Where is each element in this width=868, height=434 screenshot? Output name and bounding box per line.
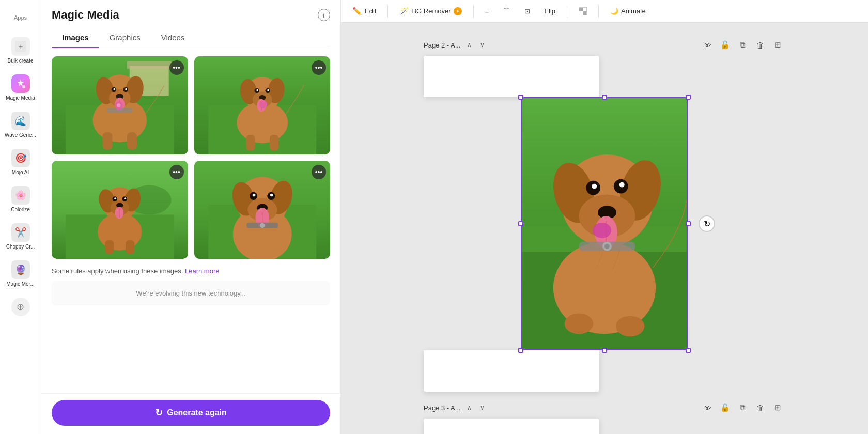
sidebar-item-more[interactable]: ⊕ bbox=[3, 293, 39, 320]
page-3-delete-btn[interactable]: 🗑 bbox=[752, 400, 768, 415]
page-2-up-btn[interactable]: ∧ bbox=[465, 40, 474, 50]
handle-top-right[interactable] bbox=[686, 95, 691, 100]
handle-middle-right[interactable] bbox=[686, 221, 691, 226]
svg-text:+: + bbox=[18, 42, 22, 51]
magic-mor-label: Magic Mor... bbox=[6, 281, 34, 287]
image-card-4[interactable]: ••• bbox=[194, 161, 331, 259]
apps-icon: Apps bbox=[11, 8, 30, 27]
page-2-hide-btn[interactable]: 👁 bbox=[700, 37, 715, 53]
page-3-lock-btn[interactable]: 🔓 bbox=[717, 400, 733, 415]
animate-button[interactable]: 🌙 Animate bbox=[605, 4, 651, 18]
tab-graphics[interactable]: Graphics bbox=[99, 28, 151, 48]
page-2-top-canvas[interactable] bbox=[424, 56, 599, 97]
wave-gene-icon: 🌊 bbox=[11, 112, 30, 130]
mojo-ai-label: Mojo AI bbox=[12, 169, 29, 176]
curve-icon: ⌒ bbox=[503, 7, 510, 16]
handle-bottom-middle[interactable] bbox=[602, 348, 607, 353]
page-2-add-btn[interactable]: ⊞ bbox=[770, 37, 785, 53]
page-2-image-area: ↻ bbox=[517, 97, 692, 350]
svg-point-83 bbox=[619, 182, 625, 188]
page-3-down-btn[interactable]: ∨ bbox=[478, 403, 487, 412]
toolbar-divider-4 bbox=[598, 5, 599, 18]
sidebar-item-apps[interactable]: Apps bbox=[3, 4, 39, 31]
svg-rect-37 bbox=[270, 135, 278, 150]
image-card-2[interactable]: ••• bbox=[194, 56, 331, 154]
handle-top-left[interactable] bbox=[518, 95, 523, 100]
page-3-duplicate-btn[interactable]: ⧉ bbox=[735, 400, 750, 415]
sidebar-item-wave-gene[interactable]: 🌊 Wave Gene... bbox=[3, 107, 39, 143]
svg-rect-53 bbox=[105, 240, 114, 254]
page-3-hide-btn[interactable]: 👁 bbox=[700, 400, 715, 415]
crop-button[interactable]: ⊡ bbox=[519, 4, 535, 18]
info-icon[interactable]: i bbox=[318, 9, 330, 21]
bg-remover-badge: ✦ bbox=[454, 7, 462, 16]
dog-image-3 bbox=[52, 161, 188, 259]
image-card-1-more-btn[interactable]: ••• bbox=[169, 60, 184, 75]
selected-image-border bbox=[521, 97, 688, 350]
tab-bar: Images Graphics Videos bbox=[52, 28, 330, 48]
image-grid: ••• bbox=[52, 56, 330, 259]
magic-media-label: Magic Media bbox=[6, 95, 35, 101]
more-apps-icon: ⊕ bbox=[11, 298, 30, 316]
canvas-scroll[interactable]: Page 2 - A... ∧ ∨ 👁 🔓 ⧉ 🗑 bbox=[341, 23, 868, 434]
dog-image-2 bbox=[194, 56, 331, 154]
svg-point-63 bbox=[252, 194, 255, 197]
rules-text: Some rules apply when using these images… bbox=[52, 267, 330, 275]
lock-icon-3: 🔓 bbox=[720, 403, 730, 412]
handle-bottom-left[interactable] bbox=[518, 348, 523, 353]
bg-remover-button[interactable]: 🪄 BG Remover ✦ bbox=[394, 4, 467, 19]
svg-point-2 bbox=[22, 85, 25, 88]
image-card-1-inner bbox=[52, 56, 188, 154]
lines-button[interactable]: ≡ bbox=[480, 4, 494, 18]
learn-more-link[interactable]: Learn more bbox=[185, 267, 219, 275]
page-2-delete-btn[interactable]: 🗑 bbox=[752, 37, 768, 53]
svg-rect-19 bbox=[127, 132, 137, 149]
add-page-icon-3: ⊞ bbox=[774, 403, 781, 412]
sidebar-item-bulk-create[interactable]: + Bulk create bbox=[3, 33, 39, 68]
svg-point-14 bbox=[125, 88, 127, 90]
bulk-create-label: Bulk create bbox=[7, 58, 33, 64]
image-card-3-more-btn[interactable]: ••• bbox=[169, 165, 184, 179]
rotate-handle[interactable]: ↻ bbox=[699, 215, 715, 232]
checkerboard-button[interactable] bbox=[574, 4, 592, 19]
page-2-bottom-canvas[interactable] bbox=[424, 350, 599, 392]
handle-middle-left[interactable] bbox=[518, 221, 523, 226]
tab-images[interactable]: Images bbox=[52, 28, 99, 48]
image-card-4-more-btn[interactable]: ••• bbox=[312, 165, 326, 179]
image-card-2-more-btn[interactable]: ••• bbox=[312, 60, 326, 75]
toolbar: ✏️ Edit 🪄 BG Remover ✦ ≡ ⌒ ⊡ Flip bbox=[341, 0, 868, 23]
toolbar-divider-3 bbox=[567, 5, 567, 18]
sidebar: Apps + Bulk create Magic Media 🌊 Wave Ge… bbox=[0, 0, 41, 434]
svg-point-13 bbox=[113, 88, 115, 90]
page-2-down-btn[interactable]: ∨ bbox=[478, 40, 487, 50]
tab-videos[interactable]: Videos bbox=[151, 28, 195, 48]
sidebar-item-magic-mor[interactable]: 🔮 Magic Mor... bbox=[3, 256, 39, 291]
page-3-canvas[interactable] bbox=[424, 419, 599, 434]
image-card-2-inner bbox=[194, 56, 331, 154]
trash-icon: 🗑 bbox=[756, 41, 764, 50]
handle-bottom-right[interactable] bbox=[686, 348, 691, 353]
svg-point-69 bbox=[260, 223, 265, 228]
flip-button[interactable]: Flip bbox=[539, 4, 561, 18]
handle-top-middle[interactable] bbox=[602, 95, 607, 100]
page-3-add-btn[interactable]: ⊞ bbox=[770, 400, 785, 415]
image-card-1[interactable]: ••• bbox=[52, 56, 188, 154]
svg-point-48 bbox=[114, 197, 116, 199]
edit-button[interactable]: ✏️ Edit bbox=[347, 4, 381, 19]
image-card-3[interactable]: ••• bbox=[52, 161, 188, 259]
page-2-duplicate-btn[interactable]: ⧉ bbox=[735, 37, 750, 53]
curve-button[interactable]: ⌒ bbox=[498, 4, 515, 19]
sidebar-item-magic-media[interactable]: Magic Media bbox=[3, 70, 39, 105]
sidebar-item-choppy-cr[interactable]: ✂️ Choppy Cr... bbox=[3, 219, 39, 254]
svg-point-22 bbox=[117, 103, 121, 107]
duplicate-icon: ⧉ bbox=[740, 40, 746, 50]
dog-image-4 bbox=[194, 161, 331, 259]
generate-again-button[interactable]: ↻ Generate again bbox=[52, 400, 330, 426]
svg-rect-54 bbox=[126, 240, 134, 254]
colorize-label: Colorize bbox=[11, 207, 30, 213]
sidebar-item-mojo-ai[interactable]: 🎯 Mojo AI bbox=[3, 145, 39, 180]
page-3-up-btn[interactable]: ∧ bbox=[465, 403, 474, 412]
magic-mor-icon: 🔮 bbox=[11, 260, 30, 279]
page-2-lock-btn[interactable]: 🔓 bbox=[717, 37, 733, 53]
sidebar-item-colorize[interactable]: 🌸 Colorize bbox=[3, 182, 39, 217]
